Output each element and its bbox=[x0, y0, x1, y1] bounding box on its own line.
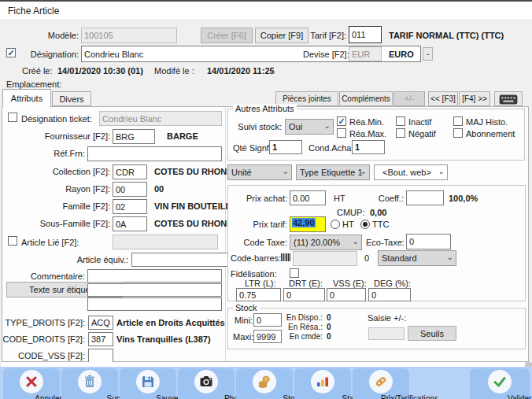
type-etiquette-select[interactable]: Type Etiquette 1 bbox=[296, 164, 370, 180]
negatif-checkbox[interactable]: ✓ bbox=[396, 128, 405, 138]
rea-min-label: Réa.Min. bbox=[349, 117, 384, 127]
ht-radio[interactable] bbox=[331, 220, 340, 229]
saisie-input[interactable] bbox=[368, 327, 405, 340]
cond-achat-input[interactable] bbox=[352, 140, 385, 154]
rayon-desc: 00 bbox=[154, 184, 164, 194]
keyboard-button[interactable] bbox=[494, 91, 523, 106]
stock-title: Stock bbox=[233, 303, 260, 312]
deg-input[interactable] bbox=[368, 288, 411, 301]
sauver-button[interactable]: Sauver [F7] bbox=[120, 368, 176, 399]
stock-button[interactable]: Stock bbox=[236, 368, 293, 399]
prix-achat-label: Prix achat: bbox=[232, 194, 287, 203]
suivi-stock-label: Suivi stock: bbox=[236, 122, 282, 131]
rayon-input[interactable] bbox=[113, 182, 147, 197]
tag-icon bbox=[369, 370, 393, 393]
devise-input[interactable] bbox=[349, 46, 382, 61]
eco-taxe-input[interactable] bbox=[406, 234, 451, 249]
etiquette-line1-input[interactable] bbox=[87, 283, 222, 297]
commentaire-input[interactable] bbox=[87, 269, 222, 283]
designation-more-button[interactable]: - bbox=[423, 47, 433, 61]
trash-icon bbox=[78, 370, 102, 393]
column-divider bbox=[225, 107, 226, 361]
window-titlebar bbox=[0, 2, 532, 20]
maj-histo-checkbox[interactable]: ✓ bbox=[453, 116, 463, 126]
coeff-label: Coeff.: bbox=[366, 194, 404, 203]
designation-ticket-checkbox[interactable]: ✓ bbox=[8, 113, 17, 122]
vss-label: VSS (E): bbox=[333, 279, 367, 288]
cancel-icon bbox=[20, 370, 43, 393]
stats-button[interactable]: Stats bbox=[294, 368, 351, 399]
maj-histo-label: MAJ Histo. bbox=[466, 117, 508, 127]
designation-ticket-input[interactable] bbox=[99, 111, 222, 126]
prix-achat-input[interactable] bbox=[290, 190, 326, 205]
seuils-button[interactable]: Seuils bbox=[408, 326, 456, 341]
complements-button[interactable]: Compléments bbox=[339, 91, 393, 106]
collection-input[interactable] bbox=[113, 164, 147, 179]
drt-input[interactable] bbox=[283, 288, 325, 301]
code-barres-type-select[interactable]: Standard bbox=[378, 250, 456, 266]
photo-button[interactable]: Photo bbox=[178, 368, 235, 399]
fournisseur-input[interactable] bbox=[113, 129, 155, 144]
tab-attributs[interactable]: Attributs bbox=[2, 89, 51, 107]
rea-min-checkbox[interactable]: ✓ bbox=[337, 116, 346, 126]
coeff-input[interactable] bbox=[406, 190, 444, 205]
creer-button[interactable]: Créer [F6] bbox=[201, 28, 253, 43]
article-lie-input[interactable] bbox=[113, 235, 218, 249]
abonnement-checkbox[interactable]: ✓ bbox=[453, 128, 463, 138]
article-equiv-input[interactable] bbox=[131, 253, 238, 267]
plus-minus-button[interactable]: +/- bbox=[393, 91, 425, 106]
check-icon bbox=[488, 370, 512, 393]
valider-button[interactable]: Valider [F10] bbox=[470, 368, 530, 399]
inactif-checkbox[interactable]: ✓ bbox=[396, 116, 405, 126]
code-vss-input[interactable] bbox=[88, 349, 113, 363]
vss-input[interactable] bbox=[327, 288, 366, 301]
eco-taxe-label: Eco-Taxe: bbox=[366, 238, 404, 247]
ref-frn-label: Réf.Frn: bbox=[16, 149, 85, 158]
annuler-button[interactable]: Annuler [ESC] bbox=[3, 368, 60, 399]
famille-input[interactable] bbox=[113, 199, 147, 214]
stock-resa-value: 0 bbox=[327, 323, 331, 331]
suivi-stock-select[interactable]: Oui bbox=[285, 119, 334, 135]
designation-label: Désignation: bbox=[24, 50, 79, 59]
next-record-button[interactable]: [F4] >> bbox=[459, 91, 490, 106]
code-barres-input[interactable] bbox=[293, 251, 357, 266]
ttc-radio[interactable] bbox=[360, 220, 370, 229]
article-equiv-label: Article équiv.: bbox=[31, 255, 128, 264]
qte-signf-input[interactable] bbox=[269, 140, 302, 154]
copier-button[interactable]: Copier [F9] bbox=[255, 28, 308, 43]
type-droits-input[interactable] bbox=[88, 316, 113, 330]
tarif-input[interactable] bbox=[349, 26, 382, 43]
code-droits-label: CODE_DROITS [F2]: bbox=[0, 334, 85, 344]
prix-tarif-input[interactable]: 42,90 bbox=[290, 216, 326, 232]
code-barres-label: Code-barres: bbox=[231, 253, 281, 263]
ltr-label: LTR (L): bbox=[245, 279, 276, 288]
ref-frn-input[interactable] bbox=[87, 146, 222, 161]
drt-label: DRT (E): bbox=[289, 279, 323, 288]
chart-icon bbox=[311, 370, 334, 393]
bout-web-select[interactable]: <Bout. web> bbox=[374, 164, 448, 180]
modifie-label: Modifé le : bbox=[154, 66, 194, 76]
rea-max-checkbox[interactable]: ✓ bbox=[337, 128, 346, 138]
modifie-value: 14/01/2020 11:25 bbox=[207, 66, 275, 76]
devise-desc: EURO bbox=[389, 50, 414, 59]
code-droits-input[interactable] bbox=[88, 332, 113, 346]
modele-input[interactable] bbox=[81, 28, 177, 43]
code-taxe-select[interactable]: (11) 20.00% bbox=[290, 235, 362, 250]
fidelisation-checkbox[interactable]: ✓ bbox=[290, 268, 299, 278]
abonnement-label: Abonnement bbox=[466, 129, 515, 139]
prev-record-button[interactable]: << [F3] bbox=[428, 91, 458, 106]
sous-famille-input[interactable] bbox=[113, 216, 147, 231]
designation-checkbox[interactable]: ✓ bbox=[6, 48, 16, 57]
etiquette-line2-input[interactable] bbox=[87, 297, 222, 311]
prix-tarifications-button[interactable]: Prix/Tarifications bbox=[353, 368, 409, 399]
supprimer-button[interactable]: Suppr. bbox=[61, 368, 118, 399]
window-title: Fiche Article bbox=[8, 6, 59, 17]
unite-select[interactable]: Unité bbox=[227, 164, 292, 180]
modele-label: Modèle: bbox=[24, 31, 79, 40]
tab-divers[interactable]: Divers bbox=[52, 91, 91, 106]
famille-desc: VIN FIN BOUTEILLE bbox=[154, 201, 237, 211]
fiche-article-window: Fiche Article Modèle: Créer [F6] Copier … bbox=[0, 0, 532, 399]
ltr-input[interactable] bbox=[236, 288, 281, 301]
article-lie-checkbox[interactable]: ✓ bbox=[8, 236, 17, 246]
collection-label: Collection [F2]: bbox=[16, 167, 110, 176]
